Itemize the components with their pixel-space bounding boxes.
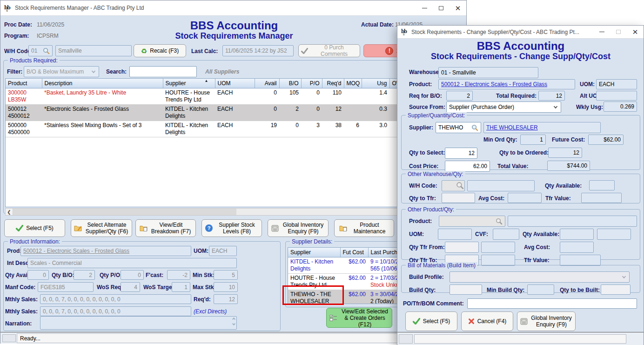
supplier-stock-levels-button[interactable]: ? Supplier Stock Levels (F8) [201,219,262,237]
proc-date-value: 11/06/2025 [37,21,64,28]
supplier-name-field[interactable]: THE WHOLESALER [483,122,601,133]
magnifier-icon[interactable] [471,124,478,131]
op-cvf-label: CVF: [475,231,488,237]
narration-input[interactable] [40,316,237,330]
dialog-window: bbs Stock Requirements - Change Supplier… [397,25,644,345]
select-alternate-button[interactable]: Select Alternate Supplier/Qty (F6) [71,219,132,237]
search-input[interactable] [129,66,197,77]
dialog-select-button[interactable]: Select (F5) [405,311,457,331]
table-row[interactable]: 300000LB35W *Basket, Laundry 35 Litre - … [6,88,463,105]
ow-wh-name-field [467,180,535,191]
dialog-global-inventory-button[interactable]: Global Inventory Enquiry (F9) [517,311,576,331]
dialog-product-link-field[interactable]: 500012 - Electronic Scales - Frosted Gla… [438,79,575,89]
horizontal-scrollbar[interactable]: ❮ [5,208,463,216]
check-icon [301,48,308,54]
product-maintenance-button[interactable]: Product Maintenance [334,219,394,237]
qty-to-select-label: Qty to Select: [409,149,445,156]
x-red-icon [468,318,475,325]
min-build-qty-label: Min Build Qty: [487,287,524,293]
ow-qty-tfr-field[interactable] [442,193,475,203]
dialog-title: Stock Requirements - Change Supplier/Qty… [411,29,593,35]
dialog-product-label: Product: [409,81,432,88]
magnifier-icon[interactable] [496,218,503,225]
check-green-icon [16,225,23,231]
chevron-down-icon [92,69,95,73]
wos-req-field: 4 [121,282,140,292]
other-warehouse-label: Other Warehouse/Qty: [406,171,465,177]
ow-tfr-value-label: Tfr Value: [545,195,571,202]
view-edit-breakdown-button[interactable]: View/Edit Breakdown (F7) [135,219,196,237]
op-product-name-field [508,216,637,227]
col-reqd[interactable]: Req'd [322,79,344,88]
col-bo[interactable]: B/O [279,79,301,88]
dialog-uom-label: UOM: [580,81,595,88]
op-qty-tfr-from-label: Qty Tfr From: [409,244,445,250]
op-qty-available-label: Qty Available: [523,231,559,237]
col-description[interactable]: Description [42,79,163,88]
build-profile-select[interactable] [449,271,630,283]
dialog-cancel-button[interactable]: Cancel (F4) [461,311,513,331]
col-uom[interactable]: UOM [215,79,255,88]
supplier-code-input[interactable]: THEWHO [436,122,481,133]
col-product[interactable]: Product [6,79,42,88]
create-orders-button[interactable]: View/Edit Selected & Create Orders (F12) [326,308,392,328]
last-calc-label: Last Calc: [191,48,218,54]
table-row[interactable]: 5000004500000 *Stainless Steel Mixing Bo… [6,121,463,137]
col-usg[interactable]: Usg [362,79,389,88]
dialog-status-cell [399,334,413,344]
col-sd-fut-cost[interactable]: Fut Cost [340,248,368,257]
bom-label: Bill of Materials (Build Item) [406,262,477,269]
purch-comments-button[interactable]: 0 Purch Comments [298,44,360,57]
wos-target-label: WoS Target: [143,284,176,291]
close-icon[interactable]: ✕ [627,26,644,38]
select-button[interactable]: Select (F5) [4,219,65,237]
close-icon[interactable]: ✕ [449,0,466,15]
op-avg-cost-field [560,242,594,253]
wh-code-field[interactable]: 01 [28,45,53,56]
filter-select[interactable]: B/O & Below Maximum [24,66,99,77]
magnifier-icon[interactable] [43,47,50,54]
source-from-select[interactable]: Supplier (Purchase Order) [446,101,561,113]
qty-ordered-field: 12 [548,148,582,158]
col-avail[interactable]: Avail [255,79,279,88]
col-moq[interactable]: MOQ [344,79,362,88]
main-titlebar: bbs Stock Requirements Manager - ABC Tra… [0,0,466,16]
col-po[interactable]: P/O [301,79,322,88]
comment-input[interactable] [467,298,637,309]
fcast-label: F'cast: [146,272,163,278]
inventory-grid-icon [520,318,528,325]
scroll-left-icon[interactable]: ❮ [6,209,13,215]
minimize-icon[interactable] [593,26,610,38]
build-qty-label: Build Qty: [409,287,436,293]
col-sd-supplier[interactable]: Supplier [288,248,340,257]
wos-target-field: 1 [172,282,190,292]
maximize-icon[interactable] [433,0,449,15]
min-build-qty-field [527,284,554,295]
search-label: Search: [106,68,127,75]
qty-po-field: 0 [121,270,144,280]
minimize-icon[interactable] [416,0,433,15]
scrollbar-thumb[interactable] [13,209,236,215]
col-supplier[interactable]: Supplier▲ [163,79,215,88]
global-inventory-button[interactable]: Global Inventory Enquiry (F9) [268,219,329,237]
cost-price-input[interactable]: 62.00 [445,161,490,172]
op-qty-tfr-from-field-1[interactable] [445,242,479,253]
recycle-icon: ♻ [141,47,147,54]
recalc-button[interactable]: ♻ Recalc (F3) [134,44,186,57]
dialog-status-bar [397,332,644,345]
qty-bo-label: Qty B/O: [52,272,74,278]
qty-to-select-input[interactable]: 12 [445,148,477,159]
magnifier-icon[interactable] [456,182,464,191]
table-row-selected[interactable]: 5000124500012 *Electronic Scales - Frost… [6,105,463,121]
suppliers-scope-label: All Suppliers [205,68,239,75]
prod-link-field[interactable]: 500012 - Electronic Scales - Frosted Gla… [20,246,191,256]
total-value-field: $744.00 [547,161,590,171]
alt-uom-field [596,91,637,101]
page-subtitle: Stock Requirements Manager [141,31,327,41]
maximize-icon [610,26,627,38]
max-stk-label: Max Stk: [193,284,215,291]
build-qty-field[interactable] [449,284,482,295]
op-product-field[interactable] [439,216,505,227]
dialog-titlebar: bbs Stock Requirements - Change Supplier… [397,26,644,39]
spinner-icons[interactable] [233,318,235,325]
